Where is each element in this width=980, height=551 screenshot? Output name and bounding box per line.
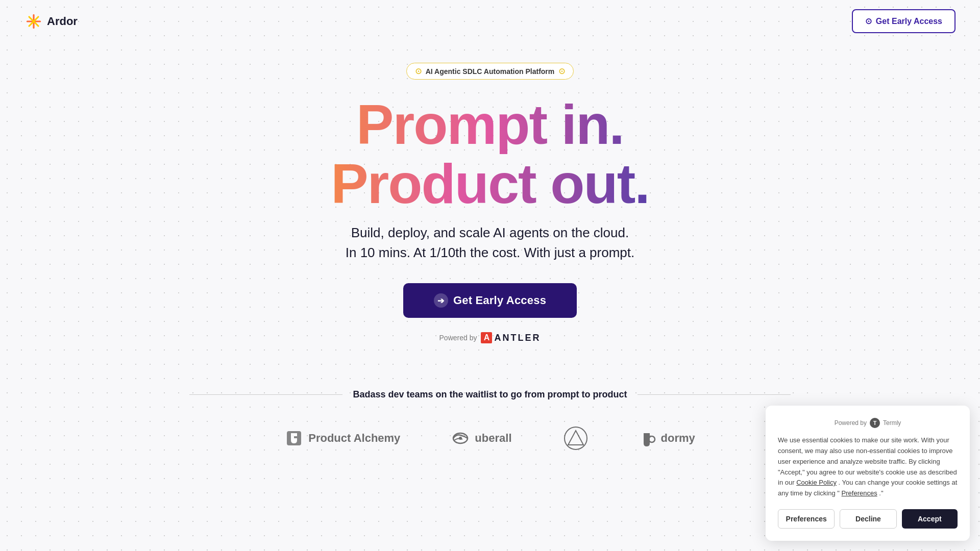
hero-line2: Product out.	[331, 154, 649, 213]
uberall-icon	[451, 429, 470, 447]
waitlist-line-right	[638, 394, 791, 395]
dormy-icon	[640, 429, 658, 447]
hero-cta-arrow-icon: ➔	[434, 293, 448, 308]
cookie-text-part3: ."	[879, 489, 883, 497]
logo-dormy: dormy	[640, 429, 695, 447]
powered-by-label: Powered by	[439, 334, 477, 342]
logo-triangle	[563, 425, 589, 451]
cookie-body-text: We use essential cookies to make our sit…	[778, 435, 958, 499]
navbar: Ardor ⊙ Get Early Access	[0, 0, 980, 42]
cookie-buttons: Preferences Decline Accept	[778, 509, 958, 529]
hero-cta-button[interactable]: ➔ Get Early Access	[403, 283, 577, 318]
hero-sub-line1: Build, deploy, and scale AI agents on th…	[351, 225, 629, 240]
cookie-banner: Powered by T Termly We use essential coo…	[766, 406, 970, 541]
termly-label: Termly	[883, 419, 901, 427]
cookie-preferences-inline-link[interactable]: Preferences	[842, 489, 877, 497]
waitlist-label: Badass dev teams on the waitlist to go f…	[189, 389, 790, 400]
badge-label: AI Agentic SDLC Automation Platform	[426, 67, 555, 76]
badge-right-icon: ⊙	[558, 66, 565, 76]
antler-brand-name: ANTLER	[494, 333, 541, 343]
logos-row: Product Alchemy uberall do	[184, 425, 796, 451]
nav-cta-label: Get Early Access	[876, 17, 942, 26]
cookie-powered-by: Powered by T Termly	[778, 418, 958, 428]
antler-logo: A ANTLER	[481, 332, 541, 343]
logo-uberall: uberall	[451, 429, 511, 447]
powered-by: Powered by A ANTLER	[439, 332, 541, 343]
dormy-label: dormy	[661, 432, 695, 445]
cookie-powered-label: Powered by	[835, 419, 867, 427]
svg-marker-8	[568, 431, 583, 445]
hero-cta-label: Get Early Access	[453, 294, 546, 307]
ardor-logo-icon	[24, 12, 43, 31]
termly-icon: T	[870, 418, 880, 428]
triangle-icon	[563, 425, 589, 451]
waitlist-text: Badass dev teams on the waitlist to go f…	[353, 389, 627, 400]
logo-product-alchemy: Product Alchemy	[285, 429, 400, 447]
brand-name: Ardor	[47, 15, 78, 28]
cookie-policy-link[interactable]: Cookie Policy	[796, 479, 837, 486]
decline-button[interactable]: Decline	[840, 509, 896, 529]
nav-cta-button[interactable]: ⊙ Get Early Access	[852, 9, 955, 33]
product-alchemy-label: Product Alchemy	[308, 432, 400, 445]
hero-subheadline: Build, deploy, and scale AI agents on th…	[346, 223, 635, 263]
logo: Ardor	[24, 12, 78, 31]
hero-headline: Prompt in. Product out.	[331, 95, 649, 213]
nav-cta-arrow-icon: ⊙	[865, 16, 872, 26]
product-alchemy-icon	[285, 429, 303, 447]
hero-sub-line2: In 10 mins. At 1/10th the cost. With jus…	[346, 245, 635, 260]
preferences-button[interactable]: Preferences	[778, 509, 835, 529]
waitlist-line-left	[189, 394, 342, 395]
antler-a-icon: A	[481, 332, 492, 343]
badge: ⊙ AI Agentic SDLC Automation Platform ⊙	[406, 63, 574, 80]
hero-line1: Prompt in.	[331, 95, 649, 154]
accept-button[interactable]: Accept	[902, 509, 958, 529]
badge-left-icon: ⊙	[415, 66, 422, 76]
hero-section: ⊙ AI Agentic SDLC Automation Platform ⊙ …	[0, 42, 980, 374]
uberall-label: uberall	[475, 432, 511, 445]
